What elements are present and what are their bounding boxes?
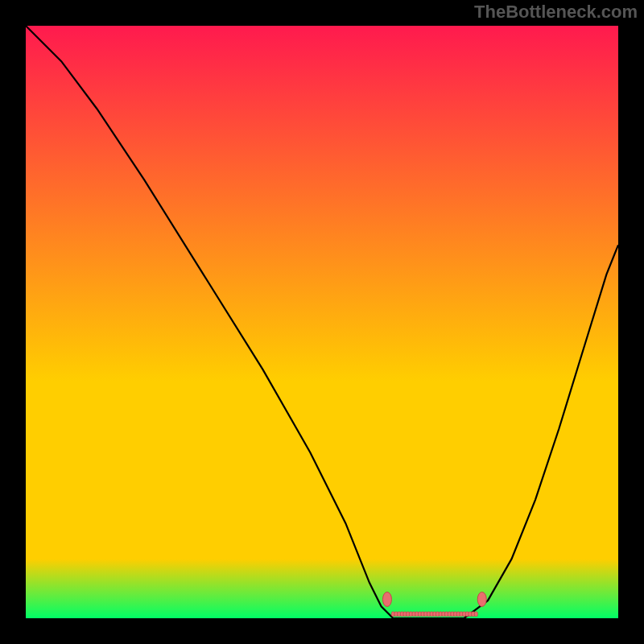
trough-dot — [474, 612, 477, 617]
curve-marker — [477, 592, 486, 606]
watermark-text: TheBottleneck.com — [474, 2, 638, 22]
bottleneck-chart: TheBottleneck.com — [0, 0, 644, 644]
curve-marker — [382, 592, 391, 606]
plot-area — [26, 26, 618, 618]
trough-band — [391, 612, 477, 617]
